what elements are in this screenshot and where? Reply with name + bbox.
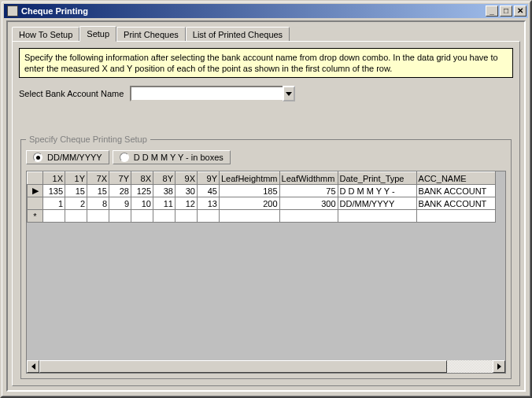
horizontal-scrollbar[interactable] [27, 360, 505, 373]
grid-header[interactable]: 7X [87, 172, 109, 185]
data-grid[interactable]: 1X1Y7X7Y8X8Y9X9YLeafHeightmmLeafWidthmmD… [26, 171, 506, 374]
row-header[interactable]: * [28, 210, 43, 223]
grid-corner [28, 172, 43, 185]
grid-cell[interactable]: 8 [87, 197, 109, 210]
tab-setup[interactable]: Setup [79, 26, 116, 42]
radio-ddmmyyyy[interactable]: DD/MM/YYYY [26, 150, 109, 164]
grid-header[interactable]: 1X [43, 172, 65, 185]
window-title: Cheque Printing [21, 4, 484, 18]
radio-dot-icon [33, 153, 42, 162]
cheque-setup-group: Specify Cheque Printing Setup DD/MM/YYYY… [20, 135, 512, 379]
row-header[interactable] [28, 197, 43, 210]
client-area: How To Setup Setup Print Cheques List of… [6, 20, 526, 392]
scroll-right-button[interactable] [493, 360, 505, 373]
tab-list-printed[interactable]: List of Printed Cheques [186, 27, 290, 41]
grid-cell[interactable]: 135 [43, 185, 65, 197]
scroll-left-button[interactable] [27, 360, 39, 373]
grid-header[interactable]: 1Y [65, 172, 87, 185]
grid-cell[interactable]: 12 [175, 197, 198, 210]
grid-cell[interactable] [153, 210, 175, 223]
grid-cell[interactable]: 300 [279, 197, 338, 210]
grid-cell[interactable] [87, 210, 109, 223]
tab-how-to-setup[interactable]: How To Setup [12, 27, 79, 41]
select-bank-label: Select Bank Account Name [19, 89, 124, 98]
grid-cell[interactable]: 11 [153, 197, 175, 210]
maximize-button[interactable]: □ [500, 6, 512, 17]
grid-cell[interactable]: 185 [220, 185, 280, 197]
grid-cell[interactable] [338, 210, 416, 223]
instruction-banner: Specify the following information after … [19, 48, 513, 78]
grid-cell[interactable]: 38 [153, 185, 175, 197]
close-button[interactable]: ✕ [514, 6, 526, 17]
grid-cell[interactable]: 2 [65, 197, 87, 210]
grid-header[interactable]: 9X [175, 172, 198, 185]
tab-panel-setup: Specify the following information after … [12, 41, 520, 386]
grid-cell[interactable]: 10 [131, 197, 153, 210]
grid-cell[interactable] [279, 210, 338, 223]
radio-boxes[interactable]: D D M M Y Y - in boxes [113, 150, 231, 164]
grid-cell[interactable]: 1 [43, 197, 65, 210]
grid-cell[interactable]: 15 [65, 185, 87, 197]
grid-cell[interactable]: 125 [131, 185, 153, 197]
grid-header[interactable]: 9Y [198, 172, 220, 185]
grid-cell[interactable] [220, 210, 280, 223]
grid-cell[interactable]: BANK ACCOUNT [416, 197, 495, 210]
grid-cell[interactable]: 75 [279, 185, 338, 197]
grid-cell[interactable]: D D M M Y Y - [338, 185, 416, 197]
grid-cell[interactable]: BANK ACCOUNT [416, 185, 495, 197]
grid-header[interactable]: 8Y [153, 172, 175, 185]
tab-strip: How To Setup Setup Print Cheques List of… [12, 26, 520, 41]
minimize-button[interactable]: _ [486, 6, 498, 17]
grid-header[interactable]: LeafWidthmm [279, 172, 338, 185]
bank-account-combo[interactable] [130, 86, 295, 101]
grid-cell[interactable] [175, 210, 198, 223]
grid-header[interactable]: LeafHeightmm [220, 172, 280, 185]
radio-dot-icon [120, 153, 129, 162]
radio-label-1: DD/MM/YYYY [47, 153, 102, 162]
grid-cell[interactable] [65, 210, 87, 223]
app-icon [7, 6, 18, 17]
grid-cell[interactable]: 30 [175, 185, 198, 197]
grid-cell[interactable] [109, 210, 131, 223]
scroll-thumb[interactable] [39, 360, 447, 373]
grid-cell[interactable]: 13 [198, 197, 220, 210]
grid-cell[interactable] [43, 210, 65, 223]
grid-cell[interactable]: 200 [220, 197, 280, 210]
grid-cell[interactable]: DD/MM/YYYY [338, 197, 416, 210]
grid-cell[interactable] [198, 210, 220, 223]
grid-cell[interactable]: 45 [198, 185, 220, 197]
grid-cell[interactable] [131, 210, 153, 223]
groupbox-legend: Specify Cheque Printing Setup [26, 135, 150, 144]
grid-cell[interactable]: 9 [109, 197, 131, 210]
radio-label-2: D D M M Y Y - in boxes [134, 153, 224, 162]
grid-cell[interactable] [416, 210, 495, 223]
bank-account-input[interactable] [130, 86, 284, 101]
grid-cell[interactable]: 28 [109, 185, 131, 197]
grid-header[interactable]: Date_Print_Type [338, 172, 416, 185]
grid-header[interactable]: ACC_NAME [416, 172, 495, 185]
tab-print-cheques[interactable]: Print Cheques [116, 27, 186, 41]
combo-dropdown-button[interactable] [283, 86, 295, 101]
window-titlebar: Cheque Printing _ □ ✕ [4, 4, 528, 18]
grid-header[interactable]: 8X [131, 172, 153, 185]
grid-header[interactable]: 7Y [109, 172, 131, 185]
scroll-track[interactable] [39, 360, 493, 373]
row-header[interactable]: ▶ [28, 185, 43, 197]
grid-cell[interactable]: 15 [87, 185, 109, 197]
